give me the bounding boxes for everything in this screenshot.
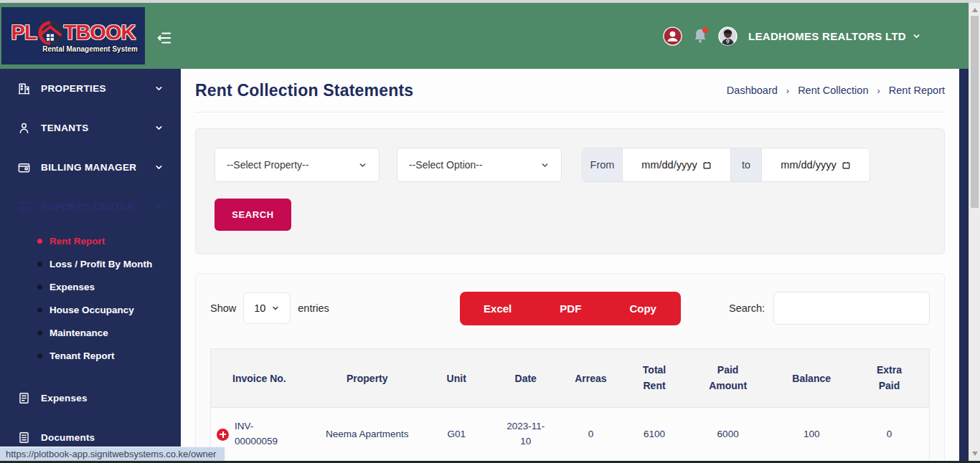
wallet-icon [17,161,31,174]
building-icon [17,82,31,95]
cell-extra-paid: 0 [849,408,929,461]
breadcrumb-dashboard[interactable]: Dashboard [727,85,778,96]
bullet-icon [37,307,42,312]
breadcrumb: Dashboard › Rent Collection › Rent Repor… [727,85,945,96]
property-select[interactable]: --Select Property-- [215,148,380,182]
submenu-item-tenant-report[interactable]: Tenant Report [0,344,181,367]
submenu-label: Loss / Profit By Month [50,259,152,269]
col-header-paid-amount[interactable]: Paid Amount [682,349,773,408]
col-header-balance[interactable]: Balance [773,349,849,408]
main-content: Rent Collection Statements Dashboard › R… [181,69,959,461]
col-header-unit[interactable]: Unit [417,349,496,408]
table-search-input[interactable] [773,292,930,325]
submenu-item-maintenance[interactable]: Maintenance [0,321,181,344]
col-header-property[interactable]: Property [318,349,417,408]
entries-label: entries [298,302,329,314]
notifications-bell-icon[interactable] [693,28,707,44]
sidebar-item-billing-manager[interactable]: BILLING MANAGER [0,148,181,187]
sidebar-toggle-icon[interactable] [155,30,174,46]
show-label: Show [210,302,236,314]
rent-report-table: Invoice No. Property Unit Date Arreas To… [210,348,930,461]
chevron-down-icon [154,163,164,172]
col-header-invoice[interactable]: Invoice No. [211,349,319,408]
user-avatar[interactable] [718,27,738,46]
sidebar-item-label: TENANTS [41,123,154,133]
account-menu[interactable]: LEADHOMES REALTORS LTD [748,30,921,42]
table-row: INV-00000059 Neema Apartments G01 2023-1… [211,408,930,461]
filter-panel: --Select Property-- --Select Option-- Fr… [195,128,945,254]
chevron-down-icon [540,161,550,170]
cell-arreas: 0 [555,408,627,461]
chevron-down-icon [912,32,921,41]
cell-paid-amount: 6000 [682,408,773,461]
export-excel-button[interactable]: Excel [476,302,519,315]
col-header-date[interactable]: Date [496,349,555,408]
search-button[interactable]: SEARCH [215,199,291,231]
col-header-arreas[interactable]: Arreas [555,349,627,408]
sidebar-item-label: Expenses [41,393,164,404]
cell-date: 2023-11-10 [505,419,547,449]
sidebar-item-label: BILLING MANAGER [41,162,154,173]
window-top-edge [0,0,980,3]
property-select-value: --Select Property-- [227,159,308,171]
submenu-item-loss-profit[interactable]: Loss / Profit By Month [0,252,181,275]
status-bar-url: https://plotbook-app.signitwebsystems.co… [0,447,225,461]
date-range-group: From mm/dd/yyyy to mm/dd/yyyy [582,148,870,182]
breadcrumb-rent-collection[interactable]: Rent Collection [798,85,868,96]
submenu-item-expenses[interactable]: Expenses [0,275,181,298]
account-name-label: LEADHOMES REALTORS LTD [748,30,906,42]
bullet-icon [37,239,42,244]
right-navy-strip [959,69,969,461]
app-logo[interactable]: PL TBOOK Rental Management System [1,7,145,65]
cell-balance: 100 [773,408,849,461]
bullet-icon [37,285,42,290]
sidebar-item-label: Documents [41,432,164,443]
export-pdf-button[interactable]: PDF [552,302,588,315]
expand-row-icon[interactable] [217,429,229,441]
document-icon [17,391,31,405]
calendar-icon [702,161,712,170]
export-copy-button[interactable]: Copy [622,302,664,315]
date-from-input[interactable]: mm/dd/yyyy [623,148,730,181]
date-from-label: From [583,148,623,181]
col-header-label: Extra Paid [867,363,912,393]
sidebar-item-label: REPORTS CENTER [41,201,154,212]
chevron-down-icon [271,304,280,312]
sidebar-item-tenants[interactable]: TENANTS [0,108,181,148]
sidebar-item-reports-center[interactable]: REPORTS CENTER [0,187,181,226]
scrollbar-thumb[interactable] [971,16,979,208]
person-icon [17,121,31,135]
page-size-value: 10 [254,302,265,314]
date-to-input[interactable]: mm/dd/yyyy [762,148,870,181]
report-table-panel: Show 10 entries Excel PDF Copy Search: [195,273,945,461]
bullet-icon [37,262,42,267]
option-select[interactable]: --Select Option-- [397,148,562,182]
profile-icon[interactable] [663,27,682,46]
col-header-extra-paid[interactable]: Extra Paid [849,349,929,408]
date-to-value: mm/dd/yyyy [781,159,836,171]
chevron-down-icon [358,161,367,170]
browser-scrollbar[interactable] [969,3,980,461]
chevron-down-icon [154,84,164,93]
breadcrumb-rent-report: Rent Report [889,85,945,96]
submenu-label: Rent Report [50,236,105,247]
option-select-value: --Select Option-- [409,159,483,171]
calendar-icon [842,161,851,170]
col-header-total-rent[interactable]: Total Rent [626,349,682,408]
table-header-row: Invoice No. Property Unit Date Arreas To… [211,349,930,408]
bullet-icon [37,330,42,335]
app-header: PL TBOOK Rental Management System [0,3,969,69]
table-search-label: Search: [729,302,765,314]
sidebar-item-properties[interactable]: PROPERTIES [0,69,181,108]
scrollbar-down-arrow[interactable] [972,452,978,456]
submenu-item-rent-report[interactable]: Rent Report [0,229,181,252]
page-size-select[interactable]: 10 [243,292,291,324]
scrollbar-up-arrow[interactable] [972,8,978,12]
breadcrumb-separator: › [786,85,789,96]
chevron-down-icon [154,123,164,133]
page-title: Rent Collection Statements [195,81,413,100]
submenu-item-house-occupancy[interactable]: House Occupancy [0,298,181,321]
sidebar-item-expenses[interactable]: Expenses [0,378,181,418]
cell-unit: G01 [417,408,496,461]
bullet-icon [37,353,42,358]
